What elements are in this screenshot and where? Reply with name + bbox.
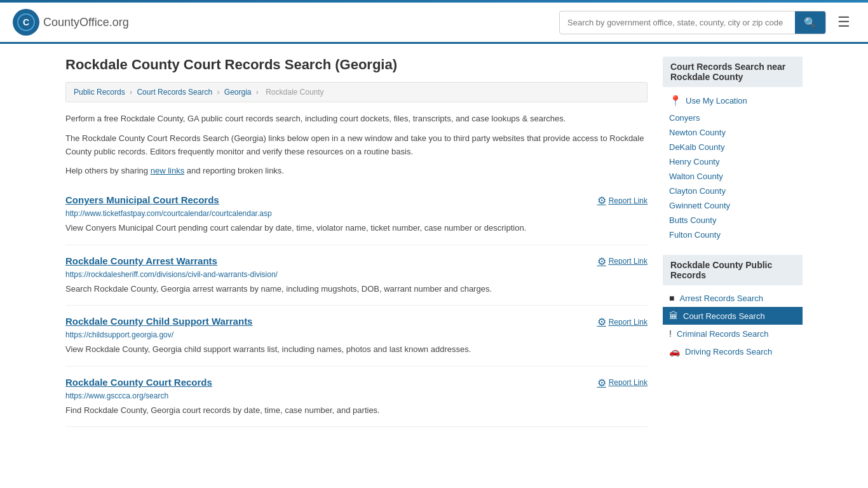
- result-title-1: Rockdale County Arrest Warrants ⚙ Report…: [65, 255, 648, 268]
- report-icon-1: ⚙: [597, 255, 606, 268]
- result-url-0: http://www.ticketfastpay.com/courtcalend…: [65, 209, 648, 218]
- report-icon-2: ⚙: [597, 316, 606, 328]
- description-2: The Rockdale County Court Records Search…: [65, 132, 648, 159]
- header-right: 🔍 ☰: [559, 11, 855, 34]
- pub-record-label-1: Court Records Search: [683, 311, 765, 321]
- description-3: Help others by sharing new links and rep…: [65, 165, 648, 178]
- report-link-1[interactable]: ⚙ Report Link: [597, 255, 648, 268]
- result-desc-1: Search Rockdale County, Georgia arrest w…: [65, 283, 648, 295]
- logo-name: CountyOffice: [43, 16, 109, 29]
- result-desc-0: View Conyers Municipal Court pending cou…: [65, 222, 648, 234]
- report-link-0[interactable]: ⚙ Report Link: [597, 194, 648, 207]
- header: C CountyOffice.org 🔍 ☰: [0, 3, 868, 44]
- pub-record-item-3[interactable]: 🚗Driving Records Search: [663, 342, 803, 360]
- breadcrumb-public-records[interactable]: Public Records: [74, 88, 125, 97]
- result-url-1: https://rockdalesheriff.com/divisions/ci…: [65, 270, 648, 279]
- result-item-0: Conyers Municipal Court Records ⚙ Report…: [65, 184, 648, 245]
- result-title-3: Rockdale County Court Records ⚙ Report L…: [65, 377, 648, 389]
- search-bar: 🔍: [559, 11, 826, 34]
- pub-record-icon-2: !: [669, 329, 672, 339]
- result-title-0: Conyers Municipal Court Records ⚙ Report…: [65, 194, 648, 207]
- report-icon-0: ⚙: [597, 194, 606, 207]
- result-link-1[interactable]: Rockdale County Arrest Warrants: [65, 255, 217, 266]
- result-link-3[interactable]: Rockdale County Court Records: [65, 377, 212, 388]
- nearby-link-item-6: Gwinnett County: [663, 198, 803, 213]
- nearby-link-0[interactable]: Conyers: [669, 113, 700, 123]
- result-link-2[interactable]: Rockdale County Child Support Warrants: [65, 316, 252, 327]
- pub-record-item-0[interactable]: ■Arrest Records Search: [663, 289, 803, 307]
- use-location-link[interactable]: Use My Location: [686, 96, 747, 105]
- public-records-list: ■Arrest Records Search🏛Court Records Sea…: [663, 289, 803, 360]
- report-icon-3: ⚙: [597, 377, 606, 389]
- pub-record-link-2[interactable]: Criminal Records Search: [677, 329, 769, 339]
- public-records-section: Rockdale County Public Records ■Arrest R…: [663, 255, 803, 360]
- main-content: Rockdale County Court Records Search (Ge…: [65, 57, 648, 427]
- pub-record-icon-3: 🚗: [669, 346, 680, 356]
- pub-record-item-2[interactable]: !Criminal Records Search: [663, 325, 803, 342]
- nearby-link-item-7: Butts County: [663, 213, 803, 227]
- result-desc-2: View Rockdale County, Georgia child supp…: [65, 343, 648, 356]
- nearby-link-6[interactable]: Gwinnett County: [669, 201, 730, 210]
- result-item-3: Rockdale County Court Records ⚙ Report L…: [65, 367, 648, 428]
- sidebar: Court Records Search near Rockdale Count…: [663, 57, 803, 427]
- pub-record-link-3[interactable]: Driving Records Search: [685, 347, 772, 356]
- nearby-section-title: Court Records Search near Rockdale Count…: [663, 57, 803, 87]
- nearby-link-item-2: DeKalb County: [663, 140, 803, 154]
- pub-record-item-1[interactable]: 🏛Court Records Search: [663, 307, 803, 325]
- breadcrumb-current: Rockdale County: [266, 88, 323, 97]
- new-links-link[interactable]: new links: [151, 166, 184, 175]
- use-location-item[interactable]: 📍 Use My Location: [663, 91, 803, 111]
- report-link-3[interactable]: ⚙ Report Link: [597, 377, 648, 389]
- nearby-link-item-3: Henry County: [663, 154, 803, 169]
- nearby-link-item-0: Conyers: [663, 111, 803, 125]
- result-item-1: Rockdale County Arrest Warrants ⚙ Report…: [65, 245, 648, 306]
- results-container: Conyers Municipal Court Records ⚙ Report…: [65, 184, 648, 427]
- result-desc-3: Find Rockdale County, Georgia court reco…: [65, 404, 648, 417]
- nearby-link-3[interactable]: Henry County: [669, 157, 719, 166]
- nearby-link-item-1: Newton County: [663, 125, 803, 140]
- logo-text: CountyOffice.org: [43, 16, 129, 29]
- result-url-2: https://childsupport.georgia.gov/: [65, 330, 648, 339]
- page-title: Rockdale County Court Records Search (Ge…: [65, 57, 648, 73]
- nearby-link-7[interactable]: Butts County: [669, 215, 716, 225]
- report-link-2[interactable]: ⚙ Report Link: [597, 316, 648, 328]
- pub-record-icon-1: 🏛: [669, 311, 678, 321]
- nearby-link-5[interactable]: Clayton County: [669, 186, 726, 196]
- breadcrumb-georgia[interactable]: Georgia: [224, 88, 252, 97]
- nearby-link-4[interactable]: Walton County: [669, 172, 723, 181]
- search-button[interactable]: 🔍: [795, 11, 825, 34]
- breadcrumb-court-records-search[interactable]: Court Records Search: [137, 88, 212, 97]
- nearby-link-item-5: Clayton County: [663, 184, 803, 198]
- result-link-0[interactable]: Conyers Municipal Court Records: [65, 194, 219, 205]
- main-container: Rockdale County Court Records Search (Ge…: [53, 44, 815, 440]
- nearby-link-1[interactable]: Newton County: [669, 128, 726, 137]
- logo-org: .org: [109, 16, 129, 29]
- result-url-3: https://www.gsccca.org/search: [65, 391, 648, 400]
- nearby-link-8[interactable]: Fulton County: [669, 230, 721, 240]
- pub-record-icon-0: ■: [669, 293, 674, 303]
- nearby-link-2[interactable]: DeKalb County: [669, 142, 724, 152]
- search-input[interactable]: [560, 13, 795, 32]
- result-title-2: Rockdale County Child Support Warrants ⚙…: [65, 316, 648, 328]
- svg-text:C: C: [23, 17, 29, 27]
- menu-icon[interactable]: ☰: [832, 11, 855, 33]
- location-icon: 📍: [669, 95, 682, 107]
- nearby-link-item-4: Walton County: [663, 169, 803, 184]
- logo-icon: C: [13, 9, 39, 36]
- logo-area: C CountyOffice.org: [13, 9, 129, 36]
- public-records-title: Rockdale County Public Records: [663, 255, 803, 285]
- nearby-link-list: 📍 Use My Location ConyersNewton CountyDe…: [663, 91, 803, 242]
- pub-record-link-0[interactable]: Arrest Records Search: [679, 294, 763, 303]
- nearby-section: Court Records Search near Rockdale Count…: [663, 57, 803, 242]
- breadcrumb: Public Records › Court Records Search › …: [65, 82, 648, 102]
- description-1: Perform a free Rockdale County, GA publi…: [65, 112, 648, 126]
- nearby-link-item-8: Fulton County: [663, 227, 803, 242]
- result-item-2: Rockdale County Child Support Warrants ⚙…: [65, 306, 648, 367]
